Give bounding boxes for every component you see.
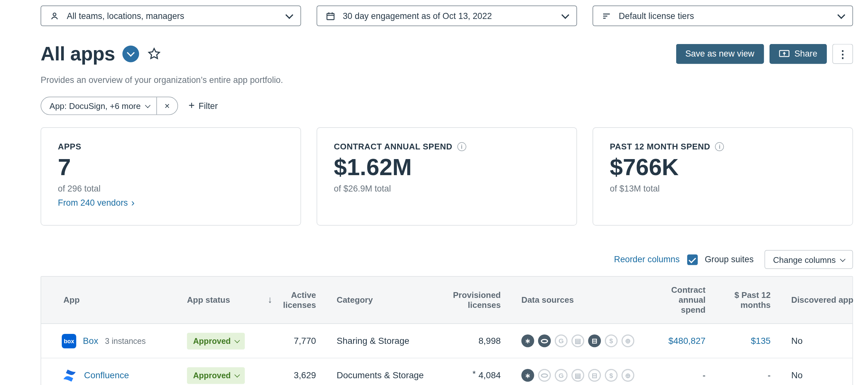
col-header-discovered-app[interactable]: Discovered app — [776, 295, 854, 305]
app-status-cell: Approved — [187, 332, 262, 349]
apps-card-title-text: APPS — [58, 142, 82, 151]
plus-icon: + — [189, 100, 195, 110]
table-controls: Reorder columns Group suites Change colu… — [40, 250, 853, 269]
page-title: All apps — [40, 43, 115, 65]
past-12-month-value: $766K — [610, 154, 836, 180]
info-icon[interactable]: i — [457, 142, 466, 151]
engagement-date-dropdown[interactable]: 30 day engagement as of Oct 13, 2022 — [317, 5, 577, 26]
add-filter-button[interactable]: + Filter — [189, 101, 218, 111]
teams-locations-managers-dropdown[interactable]: All teams, locations, managers — [40, 5, 301, 26]
from-vendors-label: From 240 vendors — [58, 198, 128, 208]
contract-spend-subtext: of $26.9M total — [334, 184, 560, 194]
data-sources-cell: ∗G▤⊟$⊕ — [506, 335, 653, 347]
discovered-app-cell: No — [776, 336, 854, 346]
contract-spend-value: $1.62M — [334, 154, 560, 180]
provisioned-value: 8,998 — [478, 336, 501, 345]
google-datasource-icon: G — [555, 335, 568, 347]
from-vendors-link[interactable]: From 240 vendors › — [58, 198, 134, 208]
stat-cards: APPS 7 of 296 total From 240 vendors › C… — [40, 127, 853, 225]
app-portfolio-dashboard: All teams, locations, managers 30 day en… — [0, 0, 868, 385]
past-12-month-card-title: PAST 12 MONTH SPEND i — [610, 142, 836, 151]
sort-desc-icon[interactable]: ↓ — [268, 294, 273, 306]
license-tiers-dropdown[interactable]: Default license tiers — [592, 5, 853, 26]
past-12-months-cell: - — [711, 370, 776, 380]
globe-datasource-icon: ⊕ — [621, 369, 634, 382]
close-icon: × — [164, 101, 169, 111]
okta-datasource-icon — [538, 369, 551, 382]
past-12-month-title-text: PAST 12 MONTH SPEND — [610, 142, 710, 151]
card-datasource-icon: ⊟ — [588, 335, 601, 347]
globe-datasource-icon: ⊕ — [621, 335, 634, 347]
apps-table: App App status ↓ Active licenses Categor… — [40, 276, 853, 385]
col-header-app-status[interactable]: App status — [187, 295, 262, 305]
col-header-provisioned-licenses[interactable]: Provisioned licenses — [448, 290, 506, 310]
table-row-confluence: Confluence Approved 3,629 Documents & St… — [41, 358, 852, 385]
more-options-button[interactable]: ⋮ — [832, 44, 853, 64]
col-header-app[interactable]: App — [41, 295, 187, 305]
past-12-months-link[interactable]: $135 — [751, 336, 771, 345]
view-switcher-button[interactable] — [122, 46, 139, 62]
app-filter-chip-dropdown[interactable]: App: DocuSign, +6 more — [41, 97, 156, 115]
apps-stat-card: APPS 7 of 296 total From 240 vendors › — [40, 127, 301, 225]
app-filter-chip: App: DocuSign, +6 more × — [40, 97, 178, 115]
save-as-new-view-button[interactable]: Save as new view — [676, 44, 764, 64]
chevron-down-icon — [837, 11, 845, 19]
chevron-down-icon — [840, 256, 845, 261]
chevron-down-icon — [127, 49, 134, 57]
remove-filter-button[interactable]: × — [157, 97, 177, 115]
table-row-box: box Box 3 instances Approved 7,770 Shari… — [41, 324, 852, 358]
past-12-month-spend-card: PAST 12 MONTH SPEND i $766K of $13M tota… — [592, 127, 853, 225]
person-icon — [50, 11, 60, 21]
category-cell: Sharing & Storage — [321, 336, 448, 346]
asterisk-datasource-icon: ∗ — [521, 335, 534, 347]
data-sources-cell: ∗G▤⊟$⊕ — [506, 369, 653, 382]
active-licenses-header-text: Active licenses — [275, 290, 316, 310]
app-status-cell: Approved — [187, 367, 262, 384]
col-header-category[interactable]: Category — [321, 295, 448, 305]
change-columns-button[interactable]: Change columns — [765, 250, 853, 269]
page-subtitle: Provides an overview of your organizatio… — [40, 75, 853, 85]
app-instances-label: 3 instances — [105, 337, 146, 346]
col-header-contract-annual-spend[interactable]: Contract annual spend — [653, 285, 711, 315]
status-dropdown[interactable]: Approved — [187, 367, 245, 384]
app-name-link[interactable]: Confluence — [84, 370, 129, 380]
app-name-link[interactable]: Box — [83, 336, 98, 346]
reorder-columns-link[interactable]: Reorder columns — [614, 254, 680, 265]
chevron-down-icon — [234, 338, 240, 343]
engagement-filter-label: 30 day engagement as of Oct 13, 2022 — [343, 11, 492, 21]
group-suites-checkbox[interactable] — [687, 254, 698, 265]
header-actions: Save as new view Share ⋮ — [676, 44, 853, 64]
dollar-datasource-icon: $ — [605, 335, 618, 347]
contract-annual-spend-card: CONTRACT ANNUAL SPEND i $1.62M of $26.9M… — [317, 127, 577, 225]
document-datasource-icon: ▤ — [571, 335, 585, 347]
share-button[interactable]: Share — [769, 44, 827, 64]
category-cell: Documents & Storage — [321, 370, 448, 380]
asterisk-datasource-icon: ∗ — [521, 369, 534, 382]
change-columns-label: Change columns — [773, 255, 836, 264]
favorite-star-icon[interactable] — [147, 46, 161, 61]
chevron-down-icon — [561, 11, 569, 19]
save-as-new-view-label: Save as new view — [685, 49, 754, 59]
chevron-right-icon: › — [131, 198, 134, 208]
app-cell: box Box 3 instances — [41, 334, 187, 348]
box-logo: box — [62, 334, 76, 348]
card-datasource-icon: ⊟ — [588, 369, 601, 382]
share-screen-icon — [779, 49, 789, 59]
contract-annual-spend-cell: $480,827 — [653, 336, 711, 346]
footnote-asterisk: * — [472, 369, 476, 378]
status-dropdown[interactable]: Approved — [187, 332, 245, 349]
col-header-active-licenses[interactable]: ↓ Active licenses — [262, 290, 321, 310]
chevron-down-icon — [145, 103, 150, 108]
apps-card-subtext: of 296 total — [58, 184, 284, 194]
past-12-months-cell: $135 — [711, 336, 776, 346]
chevron-down-icon — [234, 372, 240, 377]
provisioned-licenses-cell: 8,998 — [448, 336, 506, 346]
col-header-data-sources[interactable]: Data sources — [506, 295, 653, 305]
contract-spend-link[interactable]: $480,827 — [669, 336, 706, 345]
provisioned-value: 4,084 — [478, 370, 501, 380]
info-icon[interactable]: i — [715, 142, 724, 151]
calendar-icon — [326, 11, 335, 21]
active-licenses-cell: 3,629 — [262, 370, 321, 380]
teams-filter-label: All teams, locations, managers — [67, 11, 184, 21]
col-header-past-12-months[interactable]: $ Past 12 months — [711, 290, 776, 310]
